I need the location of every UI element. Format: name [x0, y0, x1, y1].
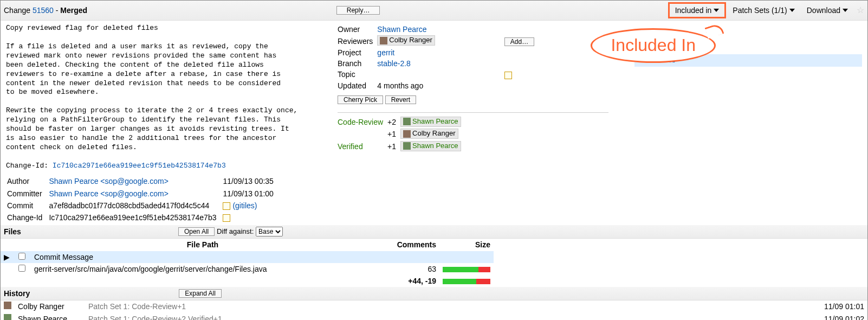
avatar — [380, 37, 387, 44]
vote-chip[interactable]: Shawn Pearce — [400, 141, 461, 151]
author-link[interactable]: Shawn Pearce <sop@google.com> — [49, 177, 168, 185]
change-info: OwnerShawn Pearce Reviewers Colby Ranger… — [332, 21, 867, 174]
star-icon[interactable]: ☆ — [857, 5, 864, 16]
change-id-value: Ic710ca2971e66ea919ee1c9f51eb42538174e7b… — [49, 212, 222, 223]
edit-icon[interactable] — [504, 72, 512, 79]
reviewed-checkbox[interactable] — [18, 253, 25, 260]
reviewers-label: Reviewers — [338, 35, 377, 47]
updated-value: 4 months ago — [377, 80, 439, 91]
open-all-button[interactable]: Open All — [178, 227, 215, 236]
verified-label: Verified — [338, 140, 387, 153]
copy-icon[interactable] — [223, 214, 230, 222]
avatar — [403, 142, 411, 150]
history-row[interactable]: Shawn PearcePatch Set 1: Code-Review+2 V… — [1, 313, 867, 321]
reviewed-checkbox[interactable] — [18, 265, 25, 272]
change-status: Merged — [60, 5, 87, 15]
revert-button[interactable]: Revert — [385, 95, 416, 104]
owner-label: Owner — [338, 24, 377, 35]
avatar — [403, 130, 411, 138]
updated-label: Updated — [338, 80, 377, 91]
topic-label: Topic — [338, 69, 377, 80]
avatar — [4, 302, 11, 309]
patchsets-dropdown[interactable]: Patch Sets (1/1) — [727, 4, 800, 17]
change-label: Change — [4, 5, 30, 15]
vote-chip[interactable]: Shawn Pearce — [400, 117, 461, 127]
history-header: History — [4, 289, 30, 298]
chevron-down-icon — [789, 9, 795, 12]
vote-chip[interactable]: Colby Ranger — [400, 129, 458, 139]
committer-link[interactable]: Shawn Pearce <sop@google.com> — [49, 189, 168, 198]
copy-icon[interactable] — [223, 202, 230, 210]
diff-against-select[interactable]: Base — [256, 227, 283, 236]
gitiles-link[interactable]: (gitiles) — [232, 201, 257, 210]
history-row[interactable]: Colby RangerPatch Set 1: Code-Review+111… — [1, 300, 867, 312]
diff-summary: +44, -19 — [408, 277, 436, 285]
code-review-label: Code-Review — [338, 116, 387, 129]
branch-label: Branch — [338, 58, 377, 69]
annotation-bubble: Included In — [591, 28, 716, 63]
file-row[interactable]: gerrit-server/src/main/java/com/google/g… — [1, 263, 494, 275]
owner-link[interactable]: Shawn Pearce — [377, 25, 426, 34]
reply-button[interactable]: Reply… — [336, 6, 380, 15]
included-in-dropdown[interactable]: Included in — [668, 2, 727, 18]
top-bar: Change 51560 - Merged Reply… Included in… — [1, 1, 867, 21]
project-link[interactable]: gerrit — [377, 48, 394, 57]
change-id-link[interactable]: 51560 — [33, 5, 54, 15]
add-reviewer-button[interactable]: Add… — [504, 37, 534, 46]
commit-message: Copy reviewed flag for deleted files If … — [1, 21, 332, 174]
avatar — [4, 314, 11, 321]
files-header: Files — [4, 227, 21, 236]
file-table: File PathCommentsSize ▶Commit Message ge… — [1, 239, 494, 287]
reviewer-chip[interactable]: Colby Ranger — [377, 35, 435, 46]
file-row[interactable]: ▶Commit Message — [1, 251, 494, 263]
project-label: Project — [338, 47, 377, 58]
chevron-down-icon — [843, 9, 848, 12]
avatar — [403, 118, 411, 125]
chevron-down-icon — [714, 9, 719, 12]
commit-hash: a7ef8dadbc01f77dc088cbd5aded417f0d4c5c44 — [49, 200, 222, 211]
history-table: Colby RangerPatch Set 1: Code-Review+111… — [1, 300, 867, 320]
branch-link[interactable]: stable-2.8 — [377, 59, 410, 68]
expand-all-button[interactable]: Expand All — [179, 289, 222, 298]
download-dropdown[interactable]: Download — [801, 4, 853, 17]
commit-metadata: AuthorShawn Pearce <sop@google.com>11/09… — [1, 174, 286, 225]
change-id-link[interactable]: Ic710ca2971e66ea919ee1c9f51eb42538174e7b… — [53, 162, 226, 170]
cherry-pick-button[interactable]: Cherry Pick — [338, 95, 383, 104]
